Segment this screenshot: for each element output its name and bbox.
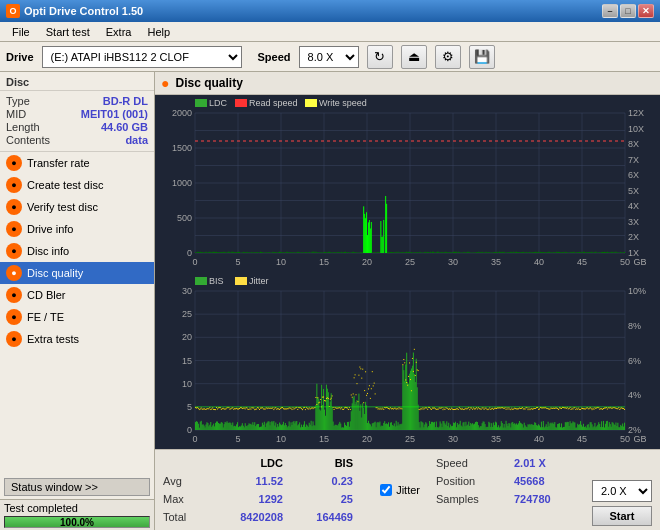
eject-button[interactable]: ⏏ xyxy=(401,45,427,69)
main-area: Disc Type BD-R DL MID MEIT01 (001) Lengt… xyxy=(0,72,660,530)
disc-info-label: Disc info xyxy=(27,245,69,257)
stats-total-row: Total 8420208 164469 xyxy=(163,508,372,526)
app-title: Opti Drive Control 1.50 xyxy=(24,5,143,17)
fe-te-label: FE / TE xyxy=(27,311,64,323)
max-ldc: 1292 xyxy=(213,493,283,505)
avg-bis: 0.23 xyxy=(283,475,353,487)
verify-test-disc-btn[interactable]: ● Verify test disc xyxy=(0,196,154,218)
speed-select2[interactable]: 2.0 X xyxy=(592,480,652,502)
stats-header-row: LDC BIS xyxy=(163,454,372,472)
mid-value: MEIT01 (001) xyxy=(81,108,148,120)
minimize-button[interactable]: – xyxy=(602,4,618,18)
type-label: Type xyxy=(6,95,30,107)
bottom-chart-canvas xyxy=(155,273,660,450)
mid-label: MID xyxy=(6,108,26,120)
type-value: BD-R DL xyxy=(103,95,148,107)
menu-extra[interactable]: Extra xyxy=(98,24,140,40)
start-btn-area: 2.0 X Start xyxy=(592,454,652,526)
status-window-label: Status window >> xyxy=(11,481,98,493)
total-ldc: 8420208 xyxy=(213,511,283,523)
position-label: Position xyxy=(436,475,506,487)
verify-test-disc-label: Verify test disc xyxy=(27,201,98,213)
title-bar: O Opti Drive Control 1.50 – □ ✕ xyxy=(0,0,660,22)
samples-value: 724780 xyxy=(514,493,584,505)
progress-bar: 100.0% xyxy=(4,516,150,528)
menu-start-test[interactable]: Start test xyxy=(38,24,98,40)
right-stats: Speed 2.01 X Position 45668 Samples 7247… xyxy=(436,454,584,526)
extra-tests-label: Extra tests xyxy=(27,333,79,345)
stats-area: LDC BIS Avg 11.52 0.23 Max 1292 25 Total… xyxy=(155,449,660,530)
test-completed-bar: Test completed 100.0% xyxy=(0,499,154,530)
content-area: ● Disc quality LDC BIS Avg xyxy=(155,72,660,530)
contents-value: data xyxy=(125,134,148,146)
speed-select[interactable]: 8.0 X xyxy=(299,46,359,68)
disc-section-label: Disc xyxy=(0,72,154,91)
close-button[interactable]: ✕ xyxy=(638,4,654,18)
drive-info-icon: ● xyxy=(6,221,22,237)
stats-avg-row: Avg 11.52 0.23 xyxy=(163,472,372,490)
create-test-disc-icon: ● xyxy=(6,177,22,193)
speed-stat-label: Speed xyxy=(436,457,506,469)
position-row: Position 45668 xyxy=(436,472,584,490)
disc-info-section: Type BD-R DL MID MEIT01 (001) Length 44.… xyxy=(0,91,154,152)
drive-info-label: Drive info xyxy=(27,223,73,235)
drive-info-btn[interactable]: ● Drive info xyxy=(0,218,154,240)
start-button[interactable]: Start xyxy=(592,506,652,526)
jitter-checkbox[interactable] xyxy=(380,484,392,496)
transfer-rate-icon: ● xyxy=(6,155,22,171)
cd-bler-icon: ● xyxy=(6,287,22,303)
menu-bar: File Start test Extra Help xyxy=(0,22,660,42)
contents-label: Contents xyxy=(6,134,50,146)
disc-info-btn[interactable]: ● Disc info xyxy=(0,240,154,262)
jitter-label: Jitter xyxy=(396,484,420,496)
save-button[interactable]: 💾 xyxy=(469,45,495,69)
fe-te-icon: ● xyxy=(6,309,22,325)
speed-label: Speed xyxy=(258,51,291,63)
extra-tests-btn[interactable]: ● Extra tests xyxy=(0,328,154,350)
disc-info-icon: ● xyxy=(6,243,22,259)
refresh-button[interactable]: ↻ xyxy=(367,45,393,69)
maximize-button[interactable]: □ xyxy=(620,4,636,18)
app-icon: O xyxy=(6,4,20,18)
verify-test-disc-icon: ● xyxy=(6,199,22,215)
top-chart-canvas xyxy=(155,95,660,273)
menu-help[interactable]: Help xyxy=(139,24,178,40)
cd-bler-label: CD Bler xyxy=(27,289,66,301)
test-completed-label: Test completed xyxy=(4,502,78,514)
disc-quality-header-icon: ● xyxy=(161,75,169,91)
top-chart xyxy=(155,95,660,273)
samples-label: Samples xyxy=(436,493,506,505)
title-bar-buttons: – □ ✕ xyxy=(602,4,654,18)
length-value: 44.60 GB xyxy=(101,121,148,133)
create-test-disc-btn[interactable]: ● Create test disc xyxy=(0,174,154,196)
total-label: Total xyxy=(163,511,213,523)
samples-row: Samples 724780 xyxy=(436,490,584,508)
create-test-disc-label: Create test disc xyxy=(27,179,103,191)
disc-quality-title: Disc quality xyxy=(175,76,242,90)
status-window-button[interactable]: Status window >> xyxy=(4,478,150,496)
max-label: Max xyxy=(163,493,213,505)
position-value: 45668 xyxy=(514,475,584,487)
avg-ldc: 11.52 xyxy=(213,475,283,487)
title-bar-left: O Opti Drive Control 1.50 xyxy=(6,4,143,18)
stats-table: LDC BIS Avg 11.52 0.23 Max 1292 25 Total… xyxy=(163,454,372,526)
menu-file[interactable]: File xyxy=(4,24,38,40)
settings-button[interactable]: ⚙ xyxy=(435,45,461,69)
stats-header-bis: BIS xyxy=(283,457,353,469)
speed-row: Speed 2.01 X xyxy=(436,454,584,472)
max-bis: 25 xyxy=(283,493,353,505)
disc-quality-btn[interactable]: ● Disc quality xyxy=(0,262,154,284)
cd-bler-btn[interactable]: ● CD Bler xyxy=(0,284,154,306)
sidebar: Disc Type BD-R DL MID MEIT01 (001) Lengt… xyxy=(0,72,155,530)
bottom-chart xyxy=(155,273,660,450)
disc-quality-icon: ● xyxy=(6,265,22,281)
avg-label: Avg xyxy=(163,475,213,487)
drive-select[interactable]: (E:) ATAPI iHBS112 2 CLOF xyxy=(42,46,242,68)
transfer-rate-btn[interactable]: ● Transfer rate xyxy=(0,152,154,174)
disc-quality-label: Disc quality xyxy=(27,267,83,279)
fe-te-btn[interactable]: ● FE / TE xyxy=(0,306,154,328)
progress-text: 100.0% xyxy=(5,517,149,529)
disc-quality-header: ● Disc quality xyxy=(155,72,660,95)
charts-container xyxy=(155,95,660,449)
length-label: Length xyxy=(6,121,40,133)
